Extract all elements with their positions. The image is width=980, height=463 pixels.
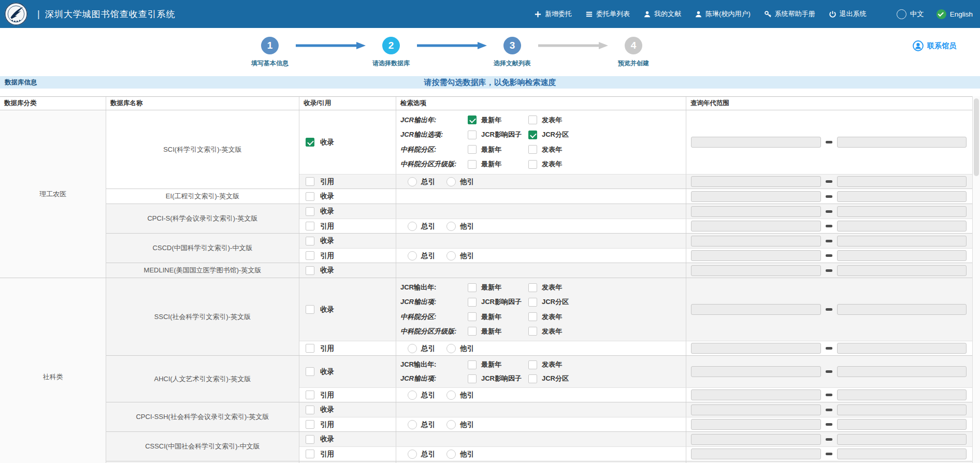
year-to-input[interactable] (837, 206, 967, 217)
radio-total-citations[interactable] (408, 344, 417, 353)
lang-zh-label: 中文 (910, 9, 924, 19)
include-checkbox[interactable] (306, 367, 314, 376)
option-checkbox[interactable] (468, 312, 477, 321)
option-checkbox[interactable] (468, 115, 477, 124)
year-from-input[interactable] (691, 343, 821, 354)
year-from-input[interactable] (691, 366, 821, 377)
option-checkbox[interactable] (528, 160, 537, 169)
year-to-input[interactable] (837, 176, 967, 187)
year-to-input[interactable] (837, 304, 967, 315)
nav-my-documents[interactable]: 我的文献 (643, 9, 681, 19)
citation-checkbox[interactable] (306, 177, 314, 186)
option-checkbox[interactable] (468, 145, 477, 154)
year-from-input[interactable] (691, 206, 821, 217)
option-checkbox[interactable] (468, 283, 477, 292)
contact-librarian-link[interactable]: 联系馆员 (913, 40, 956, 51)
radio-total-citations[interactable] (408, 390, 417, 400)
option-checkbox[interactable] (528, 374, 537, 383)
nav-current-user[interactable]: 陈琳(校内用户) (695, 9, 751, 19)
option-checkbox[interactable] (528, 145, 537, 154)
nav-logout[interactable]: 退出系统 (829, 9, 867, 19)
radio-label: 总引 (421, 390, 435, 400)
year-to-input[interactable] (837, 236, 967, 247)
radio-other-citations[interactable] (446, 177, 456, 186)
year-from-input[interactable] (691, 265, 821, 276)
option-checkbox[interactable] (468, 360, 477, 369)
radio-total-citations[interactable] (408, 420, 417, 429)
radio-other-citations[interactable] (446, 420, 456, 429)
radio-other-citations[interactable] (446, 251, 456, 261)
option-checkbox-label: 最新年 (481, 115, 501, 125)
year-from-input[interactable] (691, 137, 821, 148)
option-checkbox[interactable] (468, 374, 477, 383)
radio-total-citations[interactable] (408, 450, 417, 459)
vertical-scrollbar[interactable] (972, 96, 980, 463)
year-from-input[interactable] (691, 389, 821, 400)
option-checkbox[interactable] (528, 131, 537, 139)
nav-add-commission[interactable]: 新增委托 (534, 9, 572, 19)
year-range-cell (686, 432, 980, 446)
radio-other-citations[interactable] (446, 450, 456, 459)
include-checkbox[interactable] (306, 207, 314, 216)
year-from-input[interactable] (691, 419, 821, 430)
year-to-input[interactable] (837, 389, 967, 400)
radio-other-citations[interactable] (446, 390, 456, 400)
citation-checkbox[interactable] (306, 390, 314, 399)
radio-other-citations[interactable] (446, 222, 456, 231)
citation-checkbox[interactable] (306, 344, 314, 353)
year-to-input[interactable] (837, 343, 967, 354)
year-to-input[interactable] (837, 419, 967, 430)
citation-checkbox[interactable] (306, 450, 314, 458)
include-checkbox[interactable] (306, 138, 314, 147)
lang-en-option[interactable]: English (936, 9, 973, 19)
include-checkbox[interactable] (306, 435, 314, 444)
include-checkbox[interactable] (306, 406, 314, 414)
radio-other-citations[interactable] (446, 344, 456, 353)
year-from-input[interactable] (691, 250, 821, 261)
option-checkbox[interactable] (468, 160, 477, 169)
option-checkbox[interactable] (468, 327, 477, 336)
option-checkbox[interactable] (528, 283, 537, 292)
radio-total-citations[interactable] (408, 222, 417, 231)
option-checkbox[interactable] (468, 131, 477, 139)
year-to-input[interactable] (837, 434, 967, 445)
include-checkbox[interactable] (306, 266, 314, 275)
year-from-input[interactable] (691, 236, 821, 247)
year-to-input[interactable] (837, 265, 967, 276)
year-from-input[interactable] (691, 304, 821, 315)
mode-label: 收录 (320, 305, 334, 314)
year-to-input[interactable] (837, 221, 967, 232)
nav-help-manual[interactable]: 系统帮助手册 (764, 9, 815, 19)
include-checkbox[interactable] (306, 192, 314, 201)
include-checkbox[interactable] (306, 237, 314, 245)
year-to-input[interactable] (837, 137, 967, 148)
option-checkbox[interactable] (528, 115, 537, 124)
year-from-input[interactable] (691, 176, 821, 187)
selection-notice: 请按需勾选数据库，以免影响检索速度 (0, 78, 980, 88)
include-checkbox[interactable] (306, 305, 314, 314)
citation-checkbox[interactable] (306, 222, 314, 230)
year-from-input[interactable] (691, 404, 821, 415)
radio-total-citations[interactable] (408, 251, 417, 261)
year-to-input[interactable] (837, 191, 967, 202)
nav-commission-list[interactable]: 委托单列表 (585, 9, 630, 19)
year-from-input[interactable] (691, 191, 821, 202)
year-from-input[interactable] (691, 434, 821, 445)
year-to-input[interactable] (837, 448, 967, 459)
option-checkbox[interactable] (528, 327, 537, 336)
year-from-input[interactable] (691, 221, 821, 232)
option-checkbox[interactable] (528, 360, 537, 369)
year-to-input[interactable] (837, 366, 967, 377)
citation-checkbox[interactable] (306, 420, 314, 429)
subrow-citation: 引用总引他引 (299, 446, 980, 461)
option-checkbox[interactable] (468, 298, 477, 307)
option-checkbox[interactable] (528, 298, 537, 307)
year-from-input[interactable] (691, 448, 821, 459)
scrollbar-thumb[interactable] (974, 98, 979, 176)
lang-zh-option[interactable]: 中文 (897, 9, 924, 19)
year-to-input[interactable] (837, 404, 967, 415)
citation-checkbox[interactable] (306, 251, 314, 260)
option-checkbox[interactable] (528, 312, 537, 321)
year-to-input[interactable] (837, 250, 967, 261)
radio-total-citations[interactable] (408, 177, 417, 186)
